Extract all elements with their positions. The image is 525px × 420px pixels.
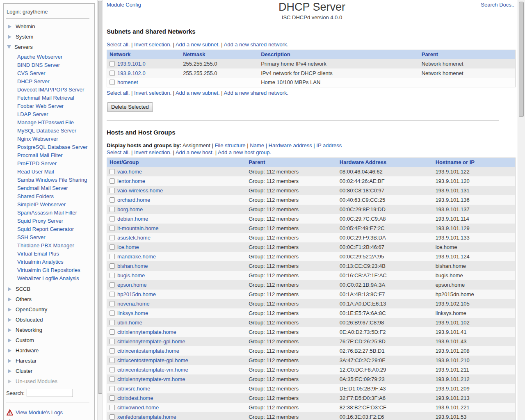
action-link[interactable]: Add a new shared network.	[224, 41, 289, 48]
host-link[interactable]: vaio.home	[117, 169, 142, 175]
view-module-logs-link[interactable]: View Module's Logs	[16, 409, 63, 415]
action-link[interactable]: Invert selection.	[134, 149, 176, 155]
host-link[interactable]: citrixcentostemplate.home	[117, 348, 179, 354]
host-link[interactable]: debian.home	[117, 216, 148, 222]
row-checkbox[interactable]	[110, 282, 115, 288]
row-checkbox[interactable]	[110, 414, 115, 420]
sidebar-module-link[interactable]: Thirdlane PBX Manager	[4, 242, 94, 250]
sidebar-module-link[interactable]: Squid Report Generator	[4, 225, 94, 233]
module-config-link[interactable]: Module Config	[107, 2, 141, 8]
host-link[interactable]: citrixcentostemplate-gpl.home	[117, 357, 188, 363]
row-checkbox[interactable]	[110, 244, 115, 250]
sidebar-module-link[interactable]: Manage HTPasswd File	[4, 119, 94, 127]
host-link[interactable]: borg.home	[117, 206, 143, 212]
host-link[interactable]: citrixcentostemplate-vm.home	[117, 367, 188, 373]
sidebar-module-link[interactable]: SimpleIP Webserver	[4, 201, 94, 209]
sidebar-module-link[interactable]: Fetchmail Mail Retrieval	[4, 94, 94, 102]
sidebar-module-link[interactable]: LDAP Server	[4, 110, 94, 119]
row-checkbox[interactable]	[110, 292, 115, 297]
host-link[interactable]: xenfedoratemplate.home	[117, 414, 176, 420]
sidebar-scrollbar[interactable]	[97, 0, 103, 420]
row-checkbox[interactable]	[110, 226, 115, 231]
host-link[interactable]: bishan.home	[117, 263, 148, 269]
row-checkbox[interactable]	[110, 80, 115, 85]
sidebar-module-link[interactable]: SpamAssassin Mail Filter	[4, 209, 94, 217]
host-link[interactable]: citrixlennytemplate-gpl.home	[117, 338, 185, 345]
row-checkbox[interactable]	[110, 254, 115, 259]
sidebar-module-link[interactable]: DHCP Server	[4, 78, 94, 86]
row-checkbox[interactable]	[110, 405, 115, 410]
host-link[interactable]: bugis.home	[117, 272, 145, 278]
sidebar-module-link[interactable]: Apache Webserver	[4, 53, 94, 61]
row-checkbox[interactable]	[110, 377, 115, 382]
sidebar-module-link[interactable]: Virtual Email Plus	[4, 250, 94, 258]
sidebar-module-link[interactable]: Nginx Webserver	[4, 135, 94, 143]
row-checkbox[interactable]	[110, 169, 115, 174]
sidebar-category-servers[interactable]: Servers	[4, 42, 94, 52]
sidebar-module-link[interactable]: Virtualmin Git Repositories	[4, 266, 94, 274]
sidebar-category[interactable]: Networking	[4, 325, 94, 335]
action-link[interactable]: Add a new subnet.	[176, 90, 224, 96]
sidebar-module-link[interactable]: ProFTPD Server	[4, 160, 94, 168]
row-checkbox[interactable]	[110, 263, 115, 269]
sidebar-module-link[interactable]: Shared Folders	[4, 192, 94, 201]
host-link[interactable]: linksys.home	[117, 310, 148, 316]
page-scrollbar-thumb[interactable]	[519, 2, 524, 117]
sidebar-category[interactable]: SCCB	[4, 284, 94, 294]
row-checkbox[interactable]	[110, 301, 115, 306]
subnet-link[interactable]: homenet	[117, 79, 138, 85]
row-checkbox[interactable]	[110, 273, 115, 278]
host-link[interactable]: hp2015dn.home	[117, 291, 156, 297]
sidebar-module-link[interactable]: Sendmail Mail Server	[4, 184, 94, 192]
sidebar-scrollbar-thumb[interactable]	[98, 1, 102, 394]
row-checkbox[interactable]	[110, 310, 115, 316]
host-link[interactable]: ubin.home	[117, 320, 142, 326]
host-link[interactable]: asustek.home	[117, 235, 151, 241]
host-link[interactable]: vaio-wireless.home	[117, 187, 163, 194]
row-checkbox[interactable]	[110, 329, 115, 335]
sidebar-module-link[interactable]: MySQL Database Server	[4, 127, 94, 135]
host-link[interactable]: citrixowned.home	[117, 404, 159, 411]
sidebar-category[interactable]: Obsfucated	[4, 315, 94, 325]
host-link[interactable]: mandrake.home	[117, 253, 156, 260]
sidebar-module-link[interactable]: PostgreSQL Database Server	[4, 143, 94, 151]
row-checkbox[interactable]	[110, 339, 115, 344]
host-link[interactable]: orchard.home	[117, 197, 150, 203]
sidebar-module-link[interactable]: BIND DNS Server	[4, 61, 94, 69]
row-checkbox[interactable]	[110, 348, 115, 354]
host-link[interactable]: citrixlennytemplate.home	[117, 329, 176, 335]
host-link[interactable]: novena.home	[117, 301, 150, 307]
delete-selected-button[interactable]: Delete Selected	[107, 102, 153, 112]
action-link[interactable]: Add a new host group.	[218, 149, 271, 155]
row-checkbox[interactable]	[110, 188, 115, 193]
row-checkbox[interactable]	[110, 216, 115, 221]
host-link[interactable]: ice.home	[117, 244, 139, 250]
sidebar-module-link[interactable]: Read User Mail	[4, 168, 94, 176]
action-link[interactable]: Add a new shared network.	[224, 90, 289, 96]
host-link[interactable]: citrixdest.home	[117, 395, 153, 401]
subnet-link[interactable]: 193.9.102.0	[117, 70, 146, 76]
sidebar-module-link[interactable]: Squid Proxy Server	[4, 217, 94, 225]
display-by-link[interactable]: File structure	[210, 142, 246, 148]
sidebar-category[interactable]: OpenCountry	[4, 304, 94, 315]
sidebar-module-link[interactable]: SSH Server	[4, 233, 94, 242]
row-checkbox[interactable]	[110, 386, 115, 391]
display-by-link[interactable]: IP address	[312, 142, 342, 148]
action-link[interactable]: Select all.	[107, 41, 134, 48]
row-checkbox[interactable]	[110, 320, 115, 325]
row-checkbox[interactable]	[110, 178, 115, 184]
sidebar-category-unused[interactable]: Un-used Modules	[4, 376, 94, 386]
sidebar-category[interactable]: Hardware	[4, 345, 94, 356]
action-link[interactable]: Invert selection.	[134, 90, 176, 96]
host-link[interactable]: citrixsrc.home	[117, 386, 150, 392]
action-link[interactable]: Select all.	[107, 90, 134, 96]
host-link[interactable]: lt-mountain.home	[117, 225, 158, 231]
action-link[interactable]: Invert selection.	[134, 41, 176, 48]
row-checkbox[interactable]	[110, 207, 115, 212]
subnet-link[interactable]: 193.9.101.0	[117, 61, 146, 67]
row-checkbox[interactable]	[110, 367, 115, 372]
sidebar-module-link[interactable]: Dovecot IMAP/POP3 Server	[4, 86, 94, 94]
search-docs-link[interactable]: Search Docs..	[481, 2, 514, 8]
search-input[interactable]	[27, 389, 73, 397]
sidebar-module-link[interactable]: Webalizer Logfile Analysis	[4, 274, 94, 283]
